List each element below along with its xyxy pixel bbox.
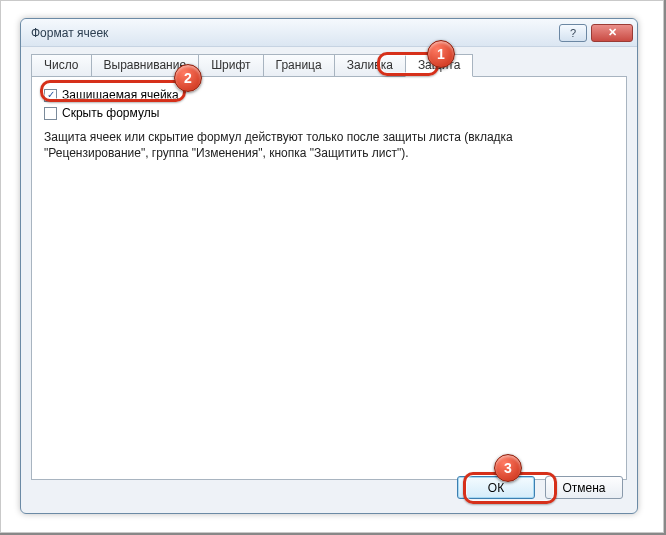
titlebar: Формат ячеек ? ✕ (21, 19, 637, 47)
locked-checkbox-row[interactable]: ✓ Защищаемая ячейка (44, 87, 614, 103)
locked-label: Защищаемая ячейка (62, 87, 179, 103)
help-button[interactable]: ? (559, 24, 587, 42)
hidden-checkbox[interactable] (44, 107, 57, 120)
annotation-marker-3: 3 (494, 454, 522, 482)
window-title: Формат ячеек (31, 26, 555, 40)
close-icon: ✕ (608, 26, 617, 39)
annotation-marker-1: 1 (427, 40, 455, 68)
dialog-buttons: ОК Отмена (457, 476, 623, 499)
tab-number[interactable]: Число (31, 54, 92, 77)
cancel-button[interactable]: Отмена (545, 476, 623, 499)
tab-fill[interactable]: Заливка (334, 54, 406, 77)
hidden-label: Скрыть формулы (62, 105, 159, 121)
close-button[interactable]: ✕ (591, 24, 633, 42)
annotation-marker-2: 2 (174, 64, 202, 92)
tab-content: ✓ Защищаемая ячейка Скрыть формулы Защит… (31, 76, 627, 480)
tab-strip: Число Выравнивание Шрифт Граница Заливка… (21, 47, 637, 76)
help-icon: ? (570, 27, 576, 39)
checkmark-icon: ✓ (47, 87, 55, 103)
hidden-checkbox-row[interactable]: Скрыть формулы (44, 105, 614, 121)
tab-border[interactable]: Граница (263, 54, 335, 77)
locked-checkbox[interactable]: ✓ (44, 89, 57, 102)
ok-label: ОК (488, 481, 504, 495)
ok-button[interactable]: ОК (457, 476, 535, 499)
cancel-label: Отмена (562, 481, 605, 495)
protection-hint: Защита ячеек или скрытие формул действую… (44, 129, 604, 161)
tab-font[interactable]: Шрифт (198, 54, 263, 77)
dialog-window: Формат ячеек ? ✕ Число Выравнивание Шриф… (20, 18, 638, 514)
